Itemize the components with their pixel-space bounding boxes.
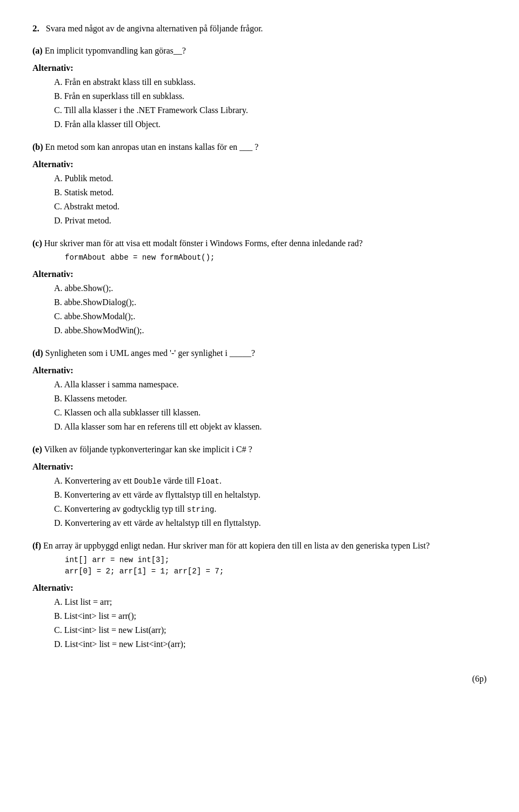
- alt-letter: C.: [54, 408, 62, 417]
- subquestion-c: (c) Hur skriver man för att visa ett mod…: [32, 237, 487, 337]
- alt-letter: A.: [54, 380, 63, 389]
- subquestion-c-text: (c) Hur skriver man för att visa ett mod…: [32, 237, 487, 250]
- alt-letter: D.: [54, 639, 63, 649]
- list-item: B. abbe.ShowDialog();.: [54, 296, 487, 309]
- list-item: B. Klassens metoder.: [54, 392, 487, 405]
- list-item: B. List<int> list = arr();: [54, 610, 487, 623]
- alt-letter: D.: [54, 326, 63, 335]
- list-item: B. Statisk metod.: [54, 186, 487, 199]
- list-item: A. Alla klasser i samma namespace.: [54, 378, 487, 391]
- alt-text: Klassens metoder.: [64, 394, 127, 403]
- subquestion-a-question: En implicit typomvandling kan göras__?: [45, 46, 186, 55]
- list-item: A. abbe.Show();.: [54, 282, 487, 295]
- point-value: (6p): [472, 674, 487, 683]
- alt-letter: C.: [54, 312, 62, 321]
- alt-letter: C.: [54, 202, 62, 211]
- alt-letter: D.: [54, 216, 63, 225]
- question-number: 2.: [32, 23, 39, 34]
- subquestion-c-alternatives: A. abbe.Show();. B. abbe.ShowDialog();. …: [54, 282, 487, 337]
- alt-text: List list = arr;: [65, 597, 112, 606]
- alt-text: abbe.Show();.: [65, 283, 114, 293]
- alt-letter: D.: [54, 518, 63, 527]
- alt-text: abbe.ShowModWin();.: [65, 326, 144, 335]
- question-intro: Svara med något av de angivna alternativ…: [46, 24, 263, 33]
- subquestion-b-alternatives: A. Publik metod. B. Statisk metod. C. Ab…: [54, 172, 487, 227]
- subquestion-f-alternativ-label: Alternativ:: [32, 582, 487, 595]
- subquestion-b-text: (b) En metod som kan anropas utan en ins…: [32, 141, 487, 154]
- alt-text: Statisk metod.: [64, 188, 114, 197]
- alt-text: Klassen och alla subklasser till klassen…: [64, 408, 201, 417]
- list-item: C. List<int> list = new List(arr);: [54, 624, 487, 637]
- alt-letter: C.: [54, 105, 62, 115]
- subquestion-d-text: (d) Synligheten som i UML anges med '-' …: [32, 347, 487, 360]
- alt-text: Från en superklass till en subklass.: [64, 91, 184, 101]
- subquestion-e-alternativ-label: Alternativ:: [32, 460, 487, 473]
- alt-letter: A.: [54, 597, 63, 606]
- subquestion-e-text: (e) Vilken av följande typkonverteringar…: [32, 443, 487, 456]
- alt-letter: B.: [54, 394, 62, 403]
- list-item: A. Publik metod.: [54, 172, 487, 185]
- subquestion-c-label: (c): [32, 239, 42, 248]
- alt-letter: A.: [54, 174, 63, 183]
- alt-text: Från en abstrakt klass till en subklass.: [65, 77, 196, 87]
- alt-text: Privat metod.: [65, 216, 111, 225]
- list-item: B. Konvertering av ett värde av flyttals…: [54, 488, 487, 501]
- alt-letter: C.: [54, 504, 62, 513]
- alt-text: Från alla klasser till Object.: [65, 120, 161, 129]
- list-item: D. Privat metod.: [54, 214, 487, 227]
- alt-text: Alla klasser som har en referens till et…: [64, 422, 262, 431]
- subquestion-f-question: En array är uppbyggd enligt nedan. Hur s…: [43, 541, 430, 550]
- subquestion-c-alternativ-label: Alternativ:: [32, 268, 487, 281]
- subquestion-d: (d) Synligheten som i UML anges med '-' …: [32, 347, 487, 433]
- subquestion-f-label: (f): [32, 541, 41, 550]
- alt-text: Konvertering av godtycklig typ till stri…: [64, 504, 217, 513]
- list-item: A. Från en abstrakt klass till en subkla…: [54, 76, 487, 89]
- code-inline: Double: [134, 477, 161, 486]
- alt-text: Till alla klasser i the .NET Framework C…: [64, 105, 248, 115]
- list-item: D. abbe.ShowModWin();.: [54, 324, 487, 337]
- subquestion-d-alternatives: A. Alla klasser i samma namespace. B. Kl…: [54, 378, 487, 433]
- question-2-block: 2. Svara med något av de angivna alterna…: [32, 22, 487, 651]
- alt-text: abbe.ShowModal();.: [64, 312, 136, 321]
- subquestion-b: (b) En metod som kan anropas utan en ins…: [32, 141, 487, 227]
- alt-text: Konvertering av ett värde av flyttalstyp…: [64, 490, 261, 499]
- alt-letter: B.: [54, 188, 62, 197]
- alt-letter: B.: [54, 91, 62, 101]
- subquestion-d-label: (d): [32, 348, 43, 358]
- subquestion-b-question: En metod som kan anropas utan en instans…: [45, 142, 259, 151]
- alt-letter: A.: [54, 77, 63, 87]
- subquestion-a-text: (a) En implicit typomvandling kan göras_…: [32, 44, 487, 57]
- alt-text: Abstrakt metod.: [64, 202, 119, 211]
- subquestion-d-alternativ-label: Alternativ:: [32, 364, 487, 377]
- alt-letter: D.: [54, 120, 63, 129]
- subquestion-b-label: (b): [32, 142, 43, 151]
- alt-text: Alla klasser i samma namespace.: [64, 380, 179, 389]
- list-item: A. List list = arr;: [54, 596, 487, 609]
- code-inline: string: [187, 505, 214, 514]
- list-item: C. Abstrakt metod.: [54, 200, 487, 213]
- alt-text: List<int> list = new List<int>(arr);: [65, 639, 186, 649]
- list-item: C. Klassen och alla subklasser till klas…: [54, 406, 487, 419]
- alt-text: Konvertering av ett Double värde till Fl…: [65, 476, 222, 485]
- alt-letter: B.: [54, 298, 62, 307]
- subquestion-f: (f) En array är uppbyggd enligt nedan. H…: [32, 539, 487, 651]
- alt-text: List<int> list = arr();: [64, 611, 136, 620]
- subquestion-a-label: (a): [32, 46, 43, 55]
- subquestion-a: (a) En implicit typomvandling kan göras_…: [32, 44, 487, 131]
- alt-letter: A.: [54, 476, 63, 485]
- subquestion-b-alternativ-label: Alternativ:: [32, 158, 487, 171]
- page-footer: (6p): [32, 672, 487, 685]
- list-item: A. Konvertering av ett Double värde till…: [54, 474, 487, 487]
- subquestion-f-alternatives: A. List list = arr; B. List<int> list = …: [54, 596, 487, 651]
- question-2-header: 2. Svara med något av de angivna alterna…: [32, 22, 487, 36]
- subquestion-f-text: (f) En array är uppbyggd enligt nedan. H…: [32, 539, 487, 552]
- list-item: D. Alla klasser som har en referens till…: [54, 420, 487, 433]
- subquestion-e-question: Vilken av följande typkonverteringar kan…: [44, 445, 252, 454]
- list-item: D. Från alla klasser till Object.: [54, 118, 487, 131]
- alt-letter: B.: [54, 490, 62, 499]
- alt-letter: C.: [54, 625, 62, 635]
- subquestion-d-question: Synligheten som i UML anges med '-' ger …: [45, 348, 255, 358]
- list-item: C. Konvertering av godtycklig typ till s…: [54, 503, 487, 516]
- subquestion-f-code: int[] arr = new int[3]; arr[0] = 2; arr[…: [65, 554, 487, 577]
- subquestion-a-alternativ-label: Alternativ:: [32, 62, 487, 75]
